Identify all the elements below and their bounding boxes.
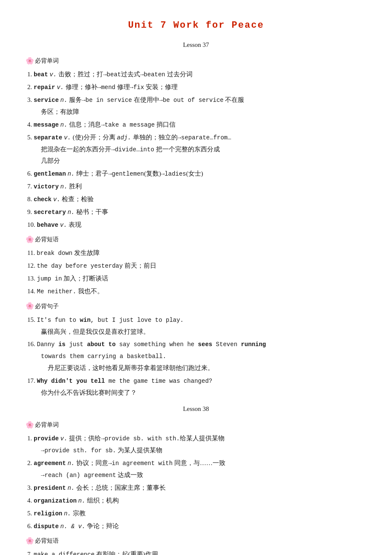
vocab-header-38: 🌸必背单词 [26, 419, 366, 431]
list-item: 5. religion n. 宗教 [26, 508, 366, 520]
list-item: 1. beat v. 击败；胜过；打→beat过去式→beaten 过去分词 [26, 69, 366, 81]
list-item: 3. president n. 会长；总统；国家主席；董事长 [26, 482, 366, 494]
list-item: 9. secretary n. 秘书；干事 [26, 206, 366, 218]
list-item: 17. Why didn't you tell me the game time… [26, 375, 366, 399]
phrases-header-38: 🌸必背短语 [26, 535, 366, 547]
vocab-header-37: 🌸必背单词 [26, 55, 366, 67]
lesson-37-title: Lesson 37 [26, 39, 366, 51]
sentences-header-37: 🌸必背句子 [26, 300, 366, 312]
list-item: 16. Danny is just about to say something… [26, 338, 366, 374]
lesson-38: Lesson 38 🌸必背单词 1. provide v. 提供；供给→prov… [26, 403, 366, 555]
list-item: 6. gentleman n. 绅士；君子→gentlemen(复数)→ladi… [26, 168, 366, 180]
list-item: 4. organization n. 组织；机构 [26, 495, 366, 507]
list-item: 7. make a difference 有影响；起(重要)作用 [26, 549, 366, 555]
list-item: 2. agreement n. 协议；同意→in agreement with … [26, 457, 366, 481]
list-item: 10. behave v. 表现 [26, 219, 366, 231]
list-item: 3. service n. 服务→be in service 在使用中→be o… [26, 94, 366, 118]
list-item: 1. provide v. 提供；供给→provide sb. with sth… [26, 433, 366, 457]
list-item: 15. It's fun to win, but I just love to … [26, 314, 366, 338]
phrases-header-37: 🌸必背短语 [26, 234, 366, 246]
lesson-37: Lesson 37 🌸必背单词 1. beat v. 击败；胜过；打→beat过… [26, 39, 366, 399]
list-item: 13. jump in 加入；打断谈话 [26, 273, 366, 285]
list-item: 12. the day before yesterday 前天；前日 [26, 260, 366, 272]
list-item: 7. victory n. 胜利 [26, 181, 366, 193]
page-title: Unit 7 Work for Peace [26, 17, 366, 34]
list-item: 4. message n. 信息；消息→take a message 捎口信 [26, 119, 366, 131]
list-item: 2. repair v. 修理；修补→mend 修理→fix 安装；修理 [26, 81, 366, 93]
list-item: 11. break down 发生故障 [26, 247, 366, 259]
list-item: 5. separate v. (使)分开；分离 adj. 单独的；独立的→sep… [26, 132, 366, 168]
list-item: 6. dispute n. & v. 争论；辩论 [26, 520, 366, 532]
list-item: 14. Me neither. 我也不。 [26, 286, 366, 298]
list-item: 8. check v. 检查；检验 [26, 194, 366, 205]
lesson-38-title: Lesson 38 [26, 403, 366, 415]
page-container: Unit 7 Work for Peace Lesson 37 🌸必背单词 1.… [26, 17, 366, 555]
